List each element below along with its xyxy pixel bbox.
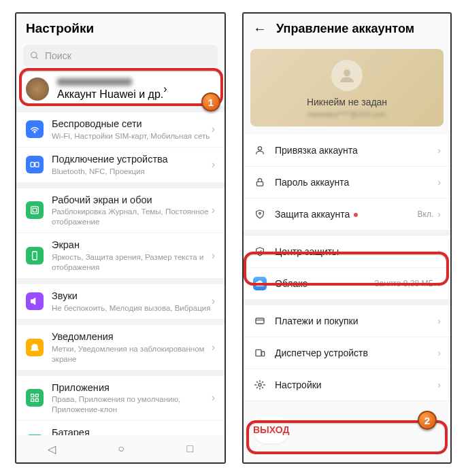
row-sub: Не беспокоить, Мелодия вызова, Вибрация — [52, 303, 212, 313]
settings-row-link[interactable]: Подключение устройства Bluetooth, NFC, П… — [16, 148, 224, 183]
bell-icon — [26, 339, 44, 356]
account-row-card[interactable]: Платежи и покупки › — [244, 305, 450, 337]
account-sub: Аккаунт Huawei и др. — [57, 88, 163, 101]
svg-rect-6 — [33, 209, 36, 212]
avatar-placeholder — [331, 60, 363, 91]
shield-user-icon — [253, 207, 267, 221]
row-title: Экран — [52, 239, 212, 252]
account-card[interactable]: Никнейм не задан hwtesteu****@163.com — [250, 49, 444, 126]
svg-rect-18 — [256, 318, 264, 324]
chevron-right-icon: › — [163, 83, 167, 95]
nav-bar: ◁ ○ □ — [16, 435, 224, 462]
row-meta: Вкл. — [418, 209, 434, 219]
row-label: Привязка аккаунта — [275, 145, 437, 156]
account-email: hwtesteu****@163.com — [257, 110, 437, 118]
chevron-right-icon: › — [212, 341, 215, 354]
row-label: Защита аккаунта — [275, 209, 418, 220]
nav-home-icon[interactable]: ○ — [118, 443, 124, 455]
settings-row-phone[interactable]: Экран Яркость, Защита зрения, Размер тек… — [16, 233, 224, 279]
row-label: Облако — [275, 278, 374, 289]
apps-icon — [26, 389, 44, 407]
row-title: Рабочий экран и обои — [52, 194, 212, 207]
settings-row-apps[interactable]: Приложения Права, Приложения по умолчани… — [16, 376, 224, 422]
svg-point-22 — [259, 384, 261, 386]
account-row-shield[interactable]: Центр защиты › — [244, 236, 450, 268]
svg-point-15 — [258, 147, 261, 150]
phone-icon — [26, 247, 44, 265]
svg-rect-3 — [31, 163, 34, 167]
svg-point-2 — [34, 131, 35, 133]
chevron-right-icon: › — [212, 392, 215, 404]
chevron-right-icon: › — [437, 278, 441, 289]
search-input[interactable]: Поиск — [23, 45, 218, 67]
chevron-right-icon: › — [212, 204, 215, 216]
wifi-icon — [26, 120, 44, 138]
row-sub: Bluetooth, NFC, Проекция — [52, 167, 212, 177]
cloud-icon — [253, 277, 267, 290]
svg-rect-4 — [35, 163, 39, 167]
row-sub: Яркость, Защита зрения, Размер текста и … — [52, 252, 212, 273]
nav-recent-icon[interactable]: □ — [187, 443, 194, 455]
sound-icon — [26, 292, 44, 310]
callout-2: 2 — [418, 411, 437, 430]
chevron-right-icon: › — [437, 379, 441, 390]
svg-rect-21 — [262, 352, 265, 356]
account-row-cloud[interactable]: Облако Занято 8,38 МБ › — [244, 268, 450, 300]
settings-screen: Настройки Поиск Аккаунт Huawei и др. › Б… — [15, 12, 226, 464]
account-row-devices[interactable]: Диспетчер устройств › — [244, 337, 450, 369]
devices-icon — [253, 346, 267, 360]
row-meta: Занято 8,38 МБ — [374, 279, 433, 288]
chevron-right-icon: › — [212, 158, 215, 171]
avatar — [26, 78, 49, 101]
chevron-right-icon: › — [212, 123, 215, 135]
settings-row-sound[interactable]: Звуки Не беспокоить, Мелодия вызова, Виб… — [16, 284, 224, 320]
svg-rect-8 — [31, 394, 34, 397]
account-row-shield-user[interactable]: Защита аккаунта Вкл. › — [244, 199, 450, 231]
account-screen: ← Управление аккаунтом Никнейм не задан … — [242, 12, 452, 464]
row-label: Центр защиты — [275, 246, 437, 257]
row-title: Звуки — [52, 290, 212, 303]
search-icon — [30, 51, 39, 61]
row-title: Беспроводные сети — [52, 118, 212, 131]
svg-rect-9 — [35, 394, 38, 397]
user-icon — [253, 143, 267, 157]
settings-title: Настройки — [16, 14, 224, 44]
account-name — [57, 78, 132, 86]
row-label: Пароль аккаунта — [275, 177, 437, 188]
chevron-right-icon: › — [212, 295, 215, 307]
account-row[interactable]: Аккаунт Huawei и др. › — [16, 72, 224, 107]
link-icon — [26, 156, 44, 173]
logout-button[interactable]: ВЫХОД — [253, 416, 289, 443]
row-title: Приложения — [52, 381, 212, 394]
settings-row-bell[interactable]: Уведомления Метки, Уведомления на заблок… — [16, 325, 224, 371]
settings-row-wifi[interactable]: Беспроводные сети Wi-Fi, Настройки SIM-к… — [16, 112, 224, 148]
row-title: Уведомления — [52, 330, 212, 343]
svg-line-1 — [36, 57, 38, 59]
row-sub: Wi-Fi, Настройки SIM-карт, Мобильная сет… — [52, 131, 212, 141]
svg-rect-5 — [31, 207, 39, 214]
nav-back-icon[interactable]: ◁ — [48, 443, 56, 456]
account-row-lock[interactable]: Пароль аккаунта › — [244, 167, 450, 199]
row-title: Подключение устройства — [52, 153, 212, 166]
svg-point-0 — [31, 52, 37, 58]
chevron-right-icon: › — [437, 145, 441, 156]
gear-icon — [253, 378, 267, 392]
chevron-right-icon: › — [437, 209, 441, 220]
svg-rect-20 — [256, 350, 261, 356]
svg-rect-11 — [35, 399, 38, 402]
lock-icon — [253, 175, 267, 189]
svg-point-14 — [344, 69, 350, 76]
row-sub: Права, Приложения по умолчанию, Приложен… — [52, 394, 212, 415]
alert-dot-icon — [354, 213, 358, 217]
chevron-right-icon: › — [437, 347, 441, 358]
account-row-gear[interactable]: Настройки › — [244, 369, 450, 401]
row-label: Платежи и покупки — [275, 316, 437, 326]
chevron-right-icon: › — [437, 246, 441, 257]
chevron-right-icon: › — [212, 250, 215, 262]
account-row-user[interactable]: Привязка аккаунта › — [244, 135, 450, 167]
nickname: Никнейм не задан — [257, 97, 437, 107]
svg-rect-10 — [31, 399, 34, 402]
back-button[interactable]: ← — [253, 21, 267, 37]
settings-row-home[interactable]: Рабочий экран и обои Разблокировка Журна… — [16, 188, 224, 234]
callout-1: 1 — [201, 92, 220, 112]
